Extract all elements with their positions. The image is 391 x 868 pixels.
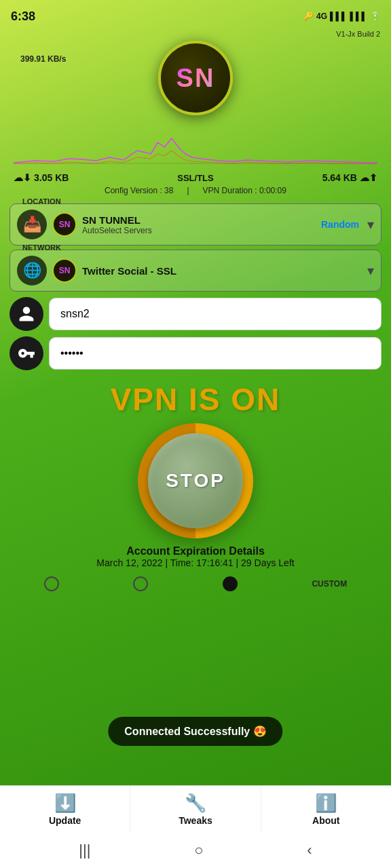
network-inner: 🌐 SN Twitter Social - SSL ▾ (10, 250, 381, 291)
stop-button-wrap: STOP (0, 423, 391, 538)
home-button[interactable]: ○ (194, 842, 203, 859)
logo-area: 399.91 KB/s SN (0, 41, 391, 122)
download-stat: ☁⬇ 3.05 KB (14, 172, 69, 183)
about-label: About (312, 815, 339, 826)
network-icon-circle[interactable]: 🌐 (17, 256, 47, 285)
tab-item-3[interactable] (223, 576, 238, 591)
signal2-icon: ▌▌▌ (350, 12, 367, 21)
update-label: Update (49, 815, 81, 826)
network-chevron-icon[interactable]: ▾ (367, 262, 374, 279)
account-details: March 12, 2022 | Time: 17:16:41 | 29 Day… (0, 557, 391, 568)
password-icon-circle (10, 336, 43, 370)
upload-stat: 5.64 KB ☁⬆ (322, 172, 377, 183)
tab-radio-3[interactable] (223, 576, 238, 591)
chart-area: 1.00.90.80.70.6 0.50.40.30.20.10.0 (14, 123, 377, 167)
tab-item-2[interactable] (133, 576, 148, 591)
location-label: LOCATION (20, 197, 64, 205)
back-button[interactable]: ‹ (307, 842, 312, 859)
download-icon: ☁⬇ (14, 172, 31, 183)
vpn-status: VPN IS ON (0, 381, 391, 418)
username-input[interactable] (49, 298, 381, 330)
download-value: 3.05 KB (34, 172, 69, 183)
signal-icon: ▌▌▌ (330, 12, 348, 21)
nav-update[interactable]: ⬇️ Update (0, 786, 130, 833)
location-icon: 📥 (23, 216, 41, 233)
bottom-nav: ⬇️ Update 🔧 Tweaks ℹ️ About (0, 785, 391, 833)
network-section: NETWORK 🌐 SN Twitter Social - SSL ▾ (10, 250, 381, 292)
vpn-key-icon: 🔑 (303, 12, 314, 21)
network-sn-text: SN (59, 266, 71, 275)
recent-apps-button[interactable]: ||| (79, 842, 90, 859)
status-icons: 🔑 4G ▌▌▌ ▌▌▌ 🔋 (303, 12, 380, 21)
battery-icon: 🔋 (370, 12, 380, 21)
sn-mini-logo: SN (52, 212, 77, 237)
stats-row: ☁⬇ 3.05 KB SSL/TLS 5.64 KB ☁⬆ (0, 170, 391, 186)
location-chevron-icon[interactable]: ▾ (367, 216, 374, 233)
location-section: LOCATION 📥 SN SN TUNNEL AutoSelect Serve… (10, 203, 381, 245)
network-name: Twitter Social - SSL (82, 265, 362, 277)
app-logo: SN (158, 41, 233, 115)
upload-icon: ☁⬆ (360, 172, 377, 183)
custom-tab-label: CUSTOM (312, 579, 347, 589)
random-button[interactable]: Random (321, 219, 359, 230)
about-icon: ℹ️ (315, 793, 337, 814)
separator: | (187, 186, 189, 195)
upload-value: 5.64 KB (322, 172, 357, 183)
tab-row: CUSTOM (7, 572, 384, 594)
stop-button-label: STOP (166, 470, 225, 492)
vpn-duration: VPN Duration : 0:00:09 (203, 186, 286, 195)
username-icon-circle (10, 297, 43, 331)
tab-radio-2[interactable] (133, 576, 148, 591)
nav-tweaks[interactable]: 🔧 Tweaks (130, 786, 261, 833)
network-globe-icon: 🌐 (23, 262, 41, 279)
account-title: Account Expiration Details (0, 545, 391, 557)
location-icon-circle[interactable]: 📥 (17, 210, 47, 239)
user-icon (18, 305, 35, 323)
nav-about[interactable]: ℹ️ About (261, 786, 391, 833)
tab-radio-1[interactable] (44, 576, 59, 591)
tweaks-icon: 🔧 (185, 793, 206, 814)
time-display: 6:38 (11, 9, 35, 24)
network-4g-icon: 4G (316, 12, 327, 21)
tab-item-1[interactable] (44, 576, 59, 591)
username-row (10, 297, 381, 331)
location-sub: AutoSelect Servers (82, 226, 316, 235)
system-nav: ||| ○ ‹ (0, 833, 391, 868)
version-label: V1-Jx Build 2 (0, 30, 391, 38)
stop-button-outer: STOP (138, 423, 253, 538)
protocol-info: SSL/TLS (177, 173, 213, 183)
location-inner: 📥 SN SN TUNNEL AutoSelect Servers Random… (10, 204, 381, 245)
tab-item-custom[interactable]: CUSTOM (312, 579, 347, 589)
key-icon (18, 344, 35, 362)
logo-text: SN (176, 64, 215, 93)
tweaks-label: Tweaks (179, 815, 212, 826)
location-info: SN TUNNEL AutoSelect Servers (82, 214, 316, 235)
sn-mini-text: SN (59, 220, 71, 229)
password-row (10, 336, 381, 370)
password-input[interactable] (49, 337, 381, 370)
toast-message: Connected Successfully 😍 (108, 717, 282, 746)
network-info: Twitter Social - SSL (82, 265, 362, 277)
status-bar: 6:38 🔑 4G ▌▌▌ ▌▌▌ 🔋 (0, 0, 391, 30)
network-label: NETWORK (20, 243, 64, 252)
location-name: SN TUNNEL (82, 214, 316, 226)
update-icon: ⬇️ (54, 793, 76, 814)
speed-label: 399.91 KB/s (20, 54, 66, 64)
account-expiry: Account Expiration Details March 12, 202… (0, 545, 391, 568)
config-version: Config Version : 38 (105, 186, 173, 195)
protocol-label: SSL/TLS (177, 173, 213, 183)
stop-button[interactable]: STOP (148, 433, 243, 528)
network-sn-logo: SN (52, 258, 77, 283)
